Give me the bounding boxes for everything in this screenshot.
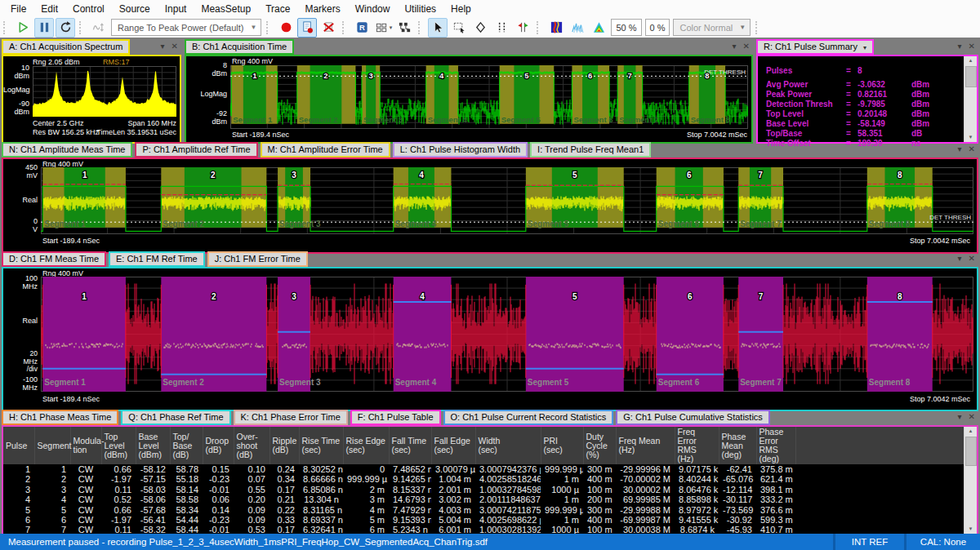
column-header[interactable]: Phase Error RMS (deg) [756,427,795,464]
zoom-a-box[interactable]: 50 % [611,19,641,36]
menu-trace[interactable]: Trace [258,3,297,15]
spectrogram-button[interactable] [546,18,566,38]
amplitude-tab-4[interactable]: L: Ch1 Pulse Histogram Width [393,142,528,157]
collapse-panel-icon[interactable]: ▾ [955,410,965,424]
menu-window[interactable]: Window [348,3,398,15]
toolbar-grip[interactable] [266,21,272,34]
table-row[interactable]: 77CW0.11-58.3258.44-0.010.530.176.32641 … [3,525,964,534]
column-header[interactable]: Top/ Base (dB) [170,427,203,464]
column-header[interactable] [795,427,964,464]
fm-plot[interactable]: 1Segment 12Segment 23Segment 34Segment 4… [41,277,973,392]
color-mode-dropdown[interactable]: Color Normal▼ [673,19,751,36]
cursor-button[interactable] [428,18,448,38]
toolbar-grip[interactable] [537,21,542,34]
collapse-panel-icon[interactable]: ▾ [955,39,965,53]
column-header[interactable]: Droop (dB) [203,427,234,464]
column-header[interactable]: Duty Cycle (%) [583,427,616,464]
zoom-b-box[interactable]: 0 % [645,19,670,36]
record-button[interactable] [276,18,296,38]
phase-tab-6[interactable]: G: Ch1 Pulse Cumulative Statistics [616,410,770,425]
collapse-panel-icon[interactable]: ▾ [729,39,740,53]
scroll-thumb[interactable] [965,66,977,87]
pause-button[interactable] [34,18,54,38]
band-marker-button[interactable] [492,18,511,38]
autorange-button[interactable] [89,18,109,38]
discard-record-button[interactable] [318,18,338,38]
toolbar-grip[interactable] [418,21,424,34]
menu-file[interactable]: File [3,3,33,15]
amplitude-tab-1[interactable]: N: Ch1 Amplitude Meas Time [2,142,132,157]
close-panel-icon[interactable]: ✕ [965,251,978,265]
menu-control[interactable]: Control [65,3,112,15]
toolbar-grip[interactable] [342,21,348,34]
amplitude-tab-5[interactable]: I: Trend Pulse Freq Mean1 [530,142,651,157]
column-header[interactable]: Freq Error RMS (Hz) [675,427,719,464]
amplitude-tab-3[interactable]: M: Ch1 Amplitude Error Time [261,142,390,157]
column-header[interactable]: PRI (sec) [541,427,583,464]
phase-tab-1[interactable]: H: Ch1 Phase Meas Time [2,410,118,425]
fm-tab-1[interactable]: D: Ch1 FM Meas Time [2,251,106,267]
loop-button[interactable] [56,18,75,38]
column-header[interactable]: Pulse [3,427,34,464]
column-header[interactable]: Fall Time (sec) [389,427,431,464]
menu-edit[interactable]: Edit [33,3,65,15]
table-row[interactable]: 66CW-1.97-56.4154.44-0.230.090.338.69337… [3,515,964,525]
menu-help[interactable]: Help [443,3,479,15]
column-header[interactable]: Rise Edge (sec) [343,427,389,464]
table-row[interactable]: 44CW0.52-58.0658.580.060.200.2113.304 n3… [3,495,964,504]
column-header[interactable]: Modula- tion [70,427,101,464]
toolbar-grip[interactable] [755,21,761,34]
fm-tab-2[interactable]: E: Ch1 FM Ref Time [109,251,205,267]
collapse-panel-icon[interactable]: ▾ [955,142,965,156]
menu-markers[interactable]: Markers [297,3,347,15]
column-header[interactable]: Over- shoot (dB) [234,427,270,464]
collapse-panel-icon[interactable]: ▾ [955,251,965,265]
column-header[interactable]: Width (sec) [475,427,541,464]
menu-source[interactable]: Source [112,3,158,15]
close-panel-icon[interactable]: ✕ [965,142,978,156]
table-row[interactable]: 55CW0.66-57.6858.340.140.090.228.31165 n… [3,505,964,515]
digital-bits-button[interactable] [394,18,414,38]
toolbar-grip[interactable] [79,21,85,34]
waterfall-button[interactable] [568,18,587,38]
phase-tab-3[interactable]: K: Ch1 Phase Error Time [234,410,348,425]
menu-input[interactable]: Input [158,3,194,15]
zoom-rect-button[interactable] [449,18,469,38]
table-scrollbar[interactable]: ▲ ▼ [964,427,977,534]
spectrum-plot[interactable] [33,66,176,117]
table-row[interactable]: 11CW0.66-58.1258.780.150.100.248.30252 n… [3,464,964,474]
column-header[interactable]: Top Level (dBm) [101,427,136,464]
range-dropdown-dropdown[interactable]: Range To Peak Power (Default)▼ [111,19,261,36]
phase-tab-4[interactable]: F: Ch1 Pulse Table [350,410,441,425]
close-panel-icon[interactable]: ✕ [168,39,181,53]
marker-diamond-button[interactable] [470,18,490,38]
summary-scrollbar[interactable]: ▲ ▼ [964,56,977,142]
toolbar-grip[interactable] [3,21,9,34]
scroll-thumb[interactable] [965,437,977,466]
table-row[interactable]: 22CW-1.97-57.1555.18-0.230.070.348.66666… [3,474,964,484]
close-panel-icon[interactable]: ✕ [740,39,753,53]
reference-status[interactable]: INT REF [835,534,904,550]
tab-acquisition-time[interactable]: B: Ch1 Acquisition Time [185,39,294,55]
amplitude-plot[interactable]: DET THRESH1Segment 12Segment 23Segment 3… [41,167,973,234]
table-row[interactable]: 33CW0.11-58.0358.14-0.010.550.176.85086 … [3,485,964,495]
scroll-up-icon[interactable]: ▲ [964,56,977,65]
record-file-button[interactable] [297,18,317,38]
phase-tab-5[interactable]: O: Ch1 Pulse Current Record Statistics [443,410,614,425]
close-panel-icon[interactable]: ✕ [965,39,978,53]
amplitude-tab-2[interactable]: P: Ch1 Amplitude Ref Time [135,142,257,157]
column-header[interactable]: Ripple (dB) [270,427,299,464]
column-header[interactable]: Fall Edge (sec) [431,427,475,464]
tab-pulse-summary[interactable]: R: Ch1 Pulse Summary▾ [756,39,874,55]
close-panel-icon[interactable]: ✕ [965,410,978,424]
calibration-status[interactable]: CAL: None [906,534,980,550]
scroll-up-icon[interactable]: ▲ [964,427,977,436]
play-button[interactable] [13,18,33,38]
collapse-panel-icon[interactable]: ▾ [158,39,168,53]
menu-meassetup[interactable]: MeasSetup [194,3,258,15]
menu-utilities[interactable]: Utilities [397,3,443,15]
column-header[interactable]: Freq Mean (Hz) [616,427,675,464]
column-header[interactable]: Phase Mean (deg) [719,427,756,464]
layout-grid-button[interactable]: ▾ [373,18,393,38]
flag-markers-button[interactable] [513,18,532,38]
